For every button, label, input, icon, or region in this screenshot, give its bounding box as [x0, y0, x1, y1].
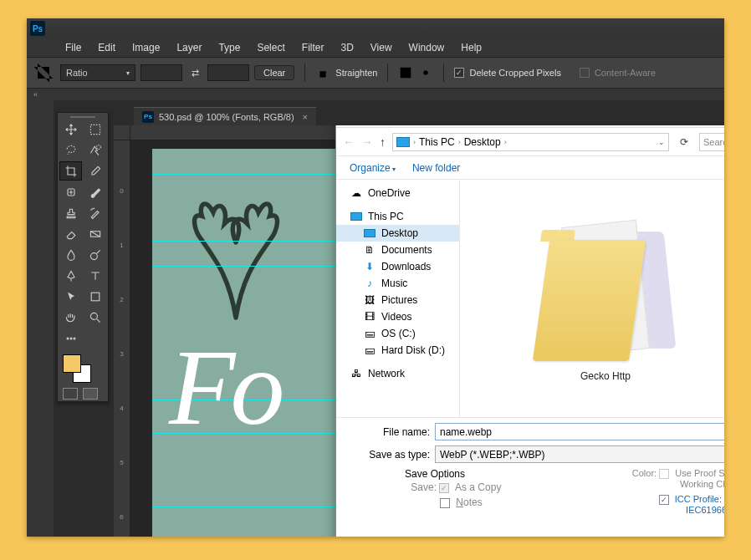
- nav-up-icon[interactable]: ↑: [380, 135, 386, 149]
- pen-tool[interactable]: [59, 266, 82, 285]
- standard-mode-icon[interactable]: [63, 388, 78, 400]
- chevron-right-icon[interactable]: ›: [457, 138, 462, 146]
- pictures-icon: 🖼: [363, 294, 376, 306]
- crumb-dropdown-icon[interactable]: ⌄: [658, 138, 665, 146]
- history-brush-tool[interactable]: [84, 203, 106, 222]
- left-dock: [27, 100, 54, 537]
- tree-pictures[interactable]: 🖼Pictures: [336, 292, 459, 308]
- new-folder-button[interactable]: New folder: [412, 162, 460, 174]
- delete-cropped-checkbox[interactable]: ✓: [454, 68, 464, 78]
- svg-rect-1: [90, 125, 100, 134]
- type-tool[interactable]: [84, 266, 106, 285]
- tree-downloads[interactable]: ⬇Downloads: [336, 258, 459, 275]
- brush-tool[interactable]: [84, 182, 106, 201]
- dodge-tool[interactable]: [84, 245, 106, 264]
- gradient-tool[interactable]: [84, 224, 106, 243]
- crumb-thispc[interactable]: This PC: [419, 136, 455, 148]
- menu-layer[interactable]: Layer: [168, 42, 210, 53]
- chevron-right-icon[interactable]: ›: [503, 138, 508, 146]
- zoom-tool[interactable]: [84, 308, 106, 327]
- tree-label: Music: [381, 277, 407, 289]
- collapse-bar[interactable]: «: [27, 89, 724, 100]
- menu-help[interactable]: Help: [452, 42, 490, 53]
- dialog-bottom: File name: name.webp Save as type: WebP …: [336, 417, 724, 518]
- menu-view[interactable]: View: [362, 42, 401, 53]
- network-icon: 🖧: [350, 368, 363, 379]
- filename-input[interactable]: name.webp: [435, 423, 724, 440]
- document-tab[interactable]: Ps 530.psd @ 100% (Fonts, RGB/8) ×: [134, 107, 316, 125]
- menu-image[interactable]: Image: [124, 42, 168, 53]
- toolbox: [57, 112, 109, 402]
- content-aware-checkbox[interactable]: [580, 68, 590, 78]
- menu-3d[interactable]: 3D: [332, 42, 361, 53]
- quick-mask-icon[interactable]: [83, 388, 98, 400]
- tree-onedrive[interactable]: ☁OneDrive: [336, 185, 459, 201]
- menu-window[interactable]: Window: [401, 42, 453, 53]
- edit-toolbar[interactable]: [59, 328, 82, 348]
- crop-width-field[interactable]: [140, 64, 182, 81]
- lasso-tool[interactable]: [59, 140, 82, 160]
- menu-filter[interactable]: Filter: [294, 42, 333, 53]
- tree-desktop[interactable]: Desktop: [336, 225, 459, 242]
- stamp-tool[interactable]: [59, 203, 82, 222]
- nav-back-icon[interactable]: ←: [343, 135, 355, 149]
- content-aware-label: Content-Aware: [595, 68, 656, 78]
- crumb-desktop[interactable]: Desktop: [464, 136, 501, 148]
- menu-select[interactable]: Select: [248, 42, 293, 53]
- tab-close-icon[interactable]: ×: [303, 112, 308, 122]
- healing-tool[interactable]: [59, 182, 82, 201]
- notes-checkbox[interactable]: [440, 498, 450, 508]
- type-select[interactable]: WebP (*.WEBP;*.WBP): [435, 445, 724, 463]
- move-tool[interactable]: [59, 120, 82, 139]
- folder-item[interactable]: [534, 215, 677, 365]
- menu-type[interactable]: Type: [210, 42, 248, 53]
- tree-videos[interactable]: 🎞Videos: [336, 308, 459, 325]
- tree-network[interactable]: 🖧Network: [336, 365, 459, 382]
- crop-tool-icon[interactable]: [32, 61, 55, 84]
- crop-tool[interactable]: [59, 161, 82, 181]
- blur-tool[interactable]: [59, 245, 82, 264]
- eraser-tool[interactable]: [59, 224, 82, 243]
- path-select-tool[interactable]: [59, 287, 82, 306]
- tree-documents[interactable]: 🗎Documents: [336, 242, 459, 258]
- marquee-tool[interactable]: [84, 120, 106, 139]
- icc-profile-checkbox[interactable]: [659, 495, 669, 505]
- quick-select-tool[interactable]: [84, 140, 106, 160]
- tree-osc[interactable]: 🖴OS (C:): [336, 325, 459, 342]
- shape-tool[interactable]: [84, 287, 106, 306]
- nav-forward-icon: →: [361, 135, 373, 149]
- file-pane[interactable]: Gecko Http: [460, 180, 724, 417]
- tree-thispc[interactable]: This PC: [336, 208, 459, 225]
- tree-label: OS (C:): [381, 328, 416, 339]
- foreground-color[interactable]: [63, 354, 81, 373]
- notes-label: Notes: [456, 496, 482, 508]
- color-swatches[interactable]: [59, 354, 106, 383]
- ruler-vertical[interactable]: 0 1 2 3 4 5 6: [114, 140, 130, 537]
- tree-label: Videos: [381, 311, 411, 323]
- crop-settings-icon[interactable]: [418, 65, 433, 80]
- monitor-icon: [350, 211, 363, 222]
- search-input[interactable]: Search: [699, 133, 724, 151]
- straighten-label[interactable]: Straighten: [335, 68, 377, 78]
- tree-label: Documents: [381, 244, 432, 256]
- menu-edit[interactable]: Edit: [89, 42, 124, 53]
- clear-button[interactable]: Clear: [254, 65, 294, 80]
- documents-icon: 🗎: [363, 244, 376, 256]
- overlay-grid-icon[interactable]: [398, 65, 413, 80]
- chevron-right-icon[interactable]: ›: [411, 138, 417, 146]
- tree-label: OneDrive: [368, 187, 411, 199]
- swap-dimensions-icon[interactable]: ⇄: [187, 65, 202, 80]
- eyedropper-tool[interactable]: [84, 161, 106, 181]
- straighten-icon[interactable]: [315, 65, 330, 80]
- tree-music[interactable]: ♪Music: [336, 275, 459, 292]
- refresh-icon[interactable]: ⟳: [676, 136, 692, 148]
- hand-tool[interactable]: [59, 308, 82, 327]
- organize-dropdown[interactable]: Organize: [350, 162, 396, 174]
- breadcrumb[interactable]: › This PC › Desktop › ⌄: [392, 133, 669, 151]
- ratio-dropdown[interactable]: Ratio: [60, 64, 135, 81]
- menu-file[interactable]: File: [57, 42, 89, 53]
- tree-hdd[interactable]: 🖴Hard Disk (D:): [336, 342, 459, 359]
- crop-height-field[interactable]: [207, 64, 249, 81]
- canvas-text: Fo: [169, 324, 279, 450]
- as-copy-label: As a Copy: [455, 481, 501, 493]
